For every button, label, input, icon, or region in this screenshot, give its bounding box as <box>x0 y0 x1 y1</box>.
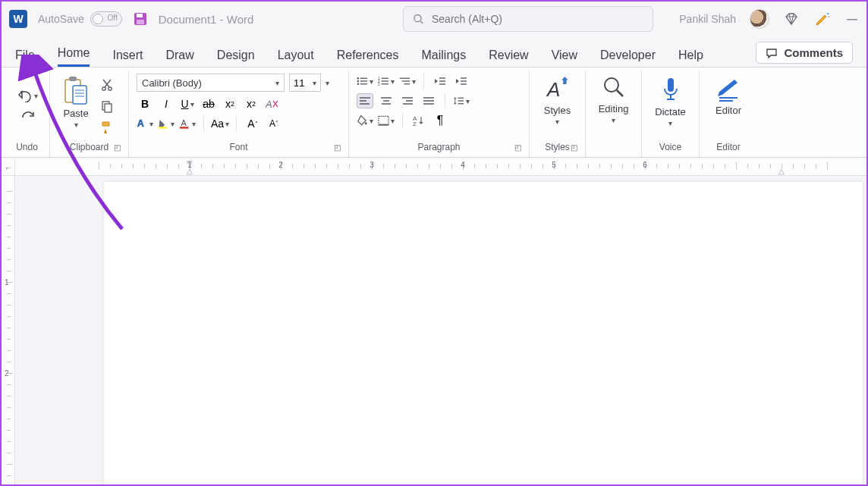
sort-button[interactable]: AZ <box>410 113 427 128</box>
tab-review[interactable]: Review <box>489 49 528 67</box>
align-center-button[interactable] <box>378 93 395 108</box>
clear-formatting-button[interactable]: A <box>264 96 281 111</box>
save-icon[interactable] <box>133 11 148 27</box>
search-box[interactable] <box>403 6 653 32</box>
clipboard-launcher[interactable]: ◰ <box>114 143 121 152</box>
undo-button[interactable]: ▾ <box>16 89 38 102</box>
paste-button[interactable]: Paste ▾ <box>58 74 94 130</box>
svg-text:A: A <box>181 118 187 127</box>
diamond-icon[interactable] <box>783 11 800 27</box>
minimize-button[interactable] <box>845 12 859 26</box>
autosave-label: AutoSave <box>38 13 84 25</box>
show-marks-button[interactable]: ¶ <box>432 113 448 128</box>
svg-text:A: A <box>137 118 144 129</box>
tab-design[interactable]: Design <box>217 49 255 67</box>
document-title: Document1 - Word <box>159 13 254 26</box>
editor-button[interactable]: Editor <box>710 74 747 142</box>
font-launcher[interactable]: ◰ <box>334 143 341 152</box>
tab-help[interactable]: Help <box>678 49 703 67</box>
align-right-button[interactable] <box>399 93 416 108</box>
group-label-editor: Editor <box>707 142 750 157</box>
increase-indent-button[interactable] <box>453 74 470 89</box>
subscript-button[interactable]: x2 <box>222 96 238 111</box>
cut-button[interactable] <box>99 77 115 93</box>
group-label-styles: Styles <box>545 142 570 152</box>
avatar[interactable] <box>750 9 769 29</box>
highlight-button[interactable]: ▾ <box>158 116 175 131</box>
svg-point-6 <box>829 16 830 17</box>
svg-point-66 <box>605 78 618 92</box>
editing-button[interactable]: Editing ▾ <box>594 74 634 142</box>
svg-rect-17 <box>105 104 112 112</box>
shrink-font-button[interactable]: A˅ <box>266 116 282 131</box>
account-name[interactable]: Pankil Shah <box>679 13 736 25</box>
redo-button[interactable] <box>20 110 35 127</box>
svg-text:A: A <box>546 78 560 101</box>
align-left-button[interactable] <box>357 93 373 108</box>
svg-text:A: A <box>266 99 272 110</box>
multilevel-list-button[interactable]: ▾ <box>399 74 416 89</box>
autosave-toggle[interactable]: Off <box>90 11 122 27</box>
search-input[interactable] <box>432 13 643 25</box>
autosave-control[interactable]: AutoSave Off <box>38 11 122 27</box>
italic-button[interactable]: I <box>158 96 175 111</box>
text-effects-button[interactable]: A▾ <box>137 116 153 131</box>
font-size-combo[interactable]: 11▾ <box>289 74 321 92</box>
comment-icon <box>766 47 778 59</box>
tab-insert[interactable]: Insert <box>112 49 143 67</box>
group-label-editing <box>593 142 634 157</box>
dictate-button[interactable]: Dictate ▾ <box>650 74 690 142</box>
justify-button[interactable] <box>420 93 437 108</box>
styles-button[interactable]: A Styles ▾ <box>539 74 575 142</box>
shading-button[interactable]: ▾ <box>357 113 373 128</box>
borders-button[interactable]: ▾ <box>378 113 395 128</box>
styles-launcher[interactable]: ◰ <box>571 143 577 152</box>
svg-point-3 <box>414 14 421 21</box>
svg-text:Z: Z <box>413 121 417 127</box>
copy-button[interactable] <box>99 98 115 114</box>
svg-rect-61 <box>379 116 388 124</box>
svg-point-25 <box>357 83 359 85</box>
tab-mailings[interactable]: Mailings <box>422 49 467 67</box>
tab-view[interactable]: View <box>552 49 577 67</box>
page-canvas[interactable] <box>104 182 863 486</box>
document-area: ⌐ ▽△△123456 12 <box>2 159 866 484</box>
strikethrough-button[interactable]: ab <box>200 96 217 111</box>
bullets-button[interactable]: ▾ <box>357 74 373 89</box>
comments-button[interactable]: Comments <box>756 42 853 64</box>
svg-point-15 <box>108 87 112 90</box>
autosave-state-text: Off <box>108 14 118 22</box>
tab-references[interactable]: References <box>337 49 399 67</box>
tab-developer[interactable]: Developer <box>600 49 656 67</box>
svg-rect-7 <box>847 19 857 20</box>
paragraph-launcher[interactable]: ◰ <box>514 143 521 152</box>
font-family-combo[interactable]: Calibri (Body)▾ <box>137 74 285 92</box>
tab-home[interactable]: Home <box>58 46 90 67</box>
svg-rect-1 <box>137 14 143 17</box>
font-color-button[interactable]: A▾ <box>179 116 196 131</box>
svg-rect-9 <box>69 77 77 81</box>
horizontal-ruler[interactable]: ⌐ ▽△△123456 <box>2 159 866 176</box>
grow-font-button[interactable]: A˄ <box>244 116 261 131</box>
font-size-more[interactable]: ▾ <box>326 79 329 87</box>
superscript-button[interactable]: x2 <box>243 96 259 111</box>
svg-point-23 <box>357 77 359 79</box>
line-spacing-button[interactable]: ▾ <box>453 93 470 108</box>
tab-layout[interactable]: Layout <box>278 49 314 67</box>
svg-rect-22 <box>180 127 189 129</box>
ribbon-tabs: File Home Insert Draw Design Layout Refe… <box>2 36 866 67</box>
svg-line-67 <box>617 90 623 96</box>
ribbon: ▾ Undo Paste ▾ Clipboard◰ C <box>2 67 866 158</box>
underline-button[interactable]: U▾ <box>179 96 196 111</box>
format-painter-button[interactable] <box>99 119 115 136</box>
title-right-cluster: Pankil Shah <box>679 9 859 29</box>
bold-button[interactable]: B <box>137 96 153 111</box>
change-case-button[interactable]: Aa▾ <box>212 116 228 131</box>
numbering-button[interactable]: 123▾ <box>378 74 395 89</box>
decrease-indent-button[interactable] <box>432 74 448 89</box>
pen-sparkle-icon[interactable] <box>813 11 832 27</box>
ruler-corner: ⌐ <box>2 159 15 176</box>
tab-draw[interactable]: Draw <box>165 49 193 67</box>
vertical-ruler[interactable]: 12 <box>2 176 15 484</box>
tab-file[interactable]: File <box>15 49 35 67</box>
